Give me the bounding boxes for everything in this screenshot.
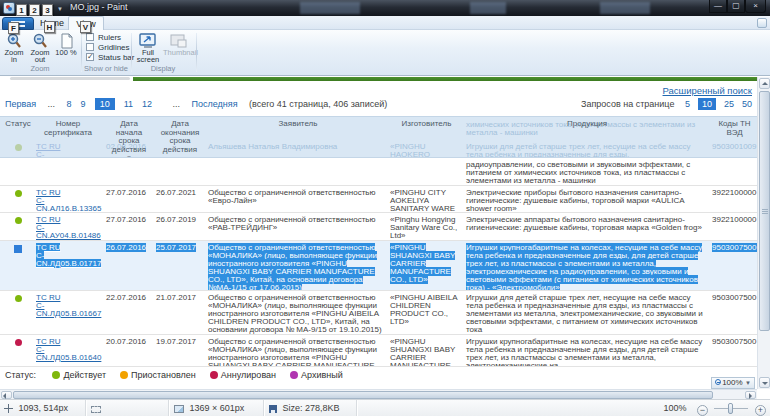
magnifier-icon <box>715 379 721 385</box>
zoom-100-button[interactable]: 100 % <box>53 32 79 66</box>
legend-item: Приостановлен <box>120 370 196 380</box>
applicant-cell: Общество с ограниченной ответственностью… <box>208 294 388 334</box>
keytip-3: 3 <box>42 4 53 16</box>
paint-canvas-image: Расширенный поиск Первая ... 89101112 ..… <box>0 77 757 389</box>
thumbnail-button: Thumbnail <box>163 32 195 66</box>
start-date-cell: 27.07.2016 <box>106 189 152 197</box>
advanced-search-link[interactable]: Расширенный поиск <box>663 85 752 96</box>
checkbox-box: ✓ <box>86 53 94 61</box>
thumbnail-label: Thumbnail <box>163 49 195 56</box>
certificates-table: химических источников тока, из пластмасс… <box>0 116 757 381</box>
applicant-cell: Общество с ограниченной ответственностью… <box>208 189 388 205</box>
cursor-position-icon <box>4 404 13 413</box>
qat-dropdown-icon[interactable]: ▼ <box>57 6 63 12</box>
selection-size-icon <box>91 406 101 413</box>
end-date-cell: 21.07.2017 <box>156 294 204 302</box>
applicant-cell: Общество с ограниченной ответственностью… <box>208 244 388 291</box>
per-page-option-50[interactable]: 50 <box>742 99 752 109</box>
statusbar-label: Status bar <box>98 53 134 62</box>
group-label-show-or-hide: Show or hide <box>81 64 131 73</box>
ghost-product: Игрушки для детей старше трех лет, несущ… <box>466 143 708 158</box>
per-page-option-25[interactable]: 25 <box>724 99 734 109</box>
pagination-last[interactable]: Последняя <box>192 99 238 109</box>
thumbnail-icon <box>170 33 188 49</box>
zoom-in-label: Zoom in <box>1 49 27 63</box>
scroll-right-button[interactable] <box>745 391 756 399</box>
scroll-left-button[interactable] <box>1 391 12 399</box>
per-page-option-5[interactable]: 5 <box>685 99 690 109</box>
status-active-icon <box>15 217 22 224</box>
per-page-option-10[interactable]: 10 <box>698 98 716 110</box>
zoom-in-slider-button[interactable]: + <box>755 405 766 416</box>
status-annulled-icon <box>15 339 22 346</box>
ghost-certificate-link: ТС RUC-CN.ЛД05.А.01730 <box>36 143 100 158</box>
pagination-total: (всего 41 страница, 406 записей) <box>249 99 387 109</box>
scroll-up-button[interactable] <box>759 78 770 89</box>
image-top-green-bar <box>133 77 757 81</box>
status-cell <box>3 216 33 225</box>
applicant-cell: Общество с ограниченной ответственностью… <box>208 216 388 232</box>
manufacturer-cell: «PINGHU CITY AOKELIYA SANITARY WARE CO. … <box>390 189 463 213</box>
scroll-down-button[interactable] <box>759 377 770 388</box>
certificate-number-cell: ТС RUC-CN.АЛ16.В.13365 <box>36 189 100 213</box>
zoom-out-button[interactable]: Zoom out <box>27 32 53 66</box>
vertical-scroll-thumb[interactable] <box>759 91 770 331</box>
ghost-status-dot <box>3 144 33 151</box>
full-screen-label: Full screen <box>133 49 163 63</box>
keytip-file: F <box>8 22 19 34</box>
pagination-page-9[interactable]: 9 <box>81 99 86 109</box>
vertical-scrollbar[interactable] <box>757 77 770 389</box>
keytip-view: V <box>80 21 91 33</box>
manufacturer-cell: «PINGHU AIBEILA CHILDREN PRODUCT CO., LT… <box>390 294 463 326</box>
header-product: Продукция <box>466 120 708 129</box>
check-icon: ✓ <box>87 52 94 61</box>
end-date-cell: 25.07.2017 <box>156 244 204 252</box>
table-row: ТС RUC-CN.ЛД05.В.0166722.07.201621.07.20… <box>0 291 757 335</box>
maximize-button[interactable]: ▢ <box>727 0 745 13</box>
paint-window: ▣ ↺ ↻ 1 2 3 ▼ MO.jpg - Paint — ▢ × Home … <box>0 0 770 416</box>
full-screen-button[interactable]: Full screen <box>133 32 163 66</box>
status-selected-icon <box>14 245 22 253</box>
table-row: ТС RUC-CN.АУ04.В.0148627.07.201626.07.20… <box>0 213 757 241</box>
certificate-link[interactable]: ТС RUC-CN.ЛД05.В.01717 <box>36 243 101 268</box>
legend-dot-icon <box>290 371 298 379</box>
ghost-manufacturer: «PINGHU HAOKERO VEHICLE CO., LTD» <box>390 143 463 158</box>
pagination: Первая ... 89101112 ... Последняя (всего… <box>5 99 396 112</box>
certificate-link[interactable]: ТС RUC-CN.ЛД05.В.01640 <box>36 337 101 362</box>
ribbon-corner-icon[interactable] <box>757 18 767 28</box>
horizontal-scrollbar[interactable] <box>0 389 757 399</box>
zoom-slider-track[interactable] <box>714 408 748 409</box>
pagination-page-8[interactable]: 8 <box>67 99 72 109</box>
close-button[interactable]: × <box>745 0 766 13</box>
full-screen-icon <box>139 33 157 49</box>
certificate-link[interactable]: ТС RUC-CN.АЛ16.В.13365 <box>36 188 101 213</box>
certificate-link[interactable]: ТС RUC-CN.АУ04.В.01486 <box>36 215 101 240</box>
applicant-cell: Общество с ограниченной ответственностью… <box>208 338 388 367</box>
legend-label: Статус: <box>5 370 36 380</box>
tn-ved-code-cell: 3922100000 <box>712 189 757 197</box>
legend-items: ДействуетПриостановленАннулированАрхивны… <box>52 370 356 380</box>
header-manufacturer: Изготовитель <box>390 120 463 129</box>
zoom-slider-thumb[interactable] <box>728 403 733 414</box>
manufacturer-cell: «Pinghu Hongying Sanitary Ware Co., Ltd» <box>390 216 463 240</box>
browser-zoom-value: 100% <box>722 378 742 387</box>
pagination-first[interactable]: Первая <box>5 99 36 109</box>
legend-item: Действует <box>52 370 106 380</box>
pagination-ellipsis: ... <box>173 99 181 109</box>
pagination-page-12[interactable]: 12 <box>142 99 152 109</box>
zoom-out-slider-button[interactable]: − <box>697 405 708 416</box>
minimize-button[interactable]: — <box>709 0 727 13</box>
header-start-date[interactable]: Дата начала срока действия ▼ <box>106 120 152 158</box>
selection-size-segment <box>87 400 169 416</box>
table-row-overflow: радиоуправлении, со световыми и звуковым… <box>0 158 757 186</box>
zoom-in-button[interactable]: Zoom in <box>1 32 27 66</box>
pagination-page-10[interactable]: 10 <box>95 98 115 110</box>
pagination-page-11[interactable]: 11 <box>124 99 133 109</box>
glass-reflection <box>600 2 650 14</box>
browser-zoom-control[interactable]: 100% ▼ <box>711 377 755 389</box>
certificate-link[interactable]: ТС RUC-CN.ЛД05.В.01667 <box>36 293 101 318</box>
table-header-row: химических источников тока, из пластмасс… <box>0 116 757 158</box>
legend-item: Архивный <box>290 370 343 380</box>
horizontal-scroll-thumb[interactable] <box>13 391 713 399</box>
product-cell: Игрушки для детей старше трех лет, несущ… <box>466 294 708 334</box>
